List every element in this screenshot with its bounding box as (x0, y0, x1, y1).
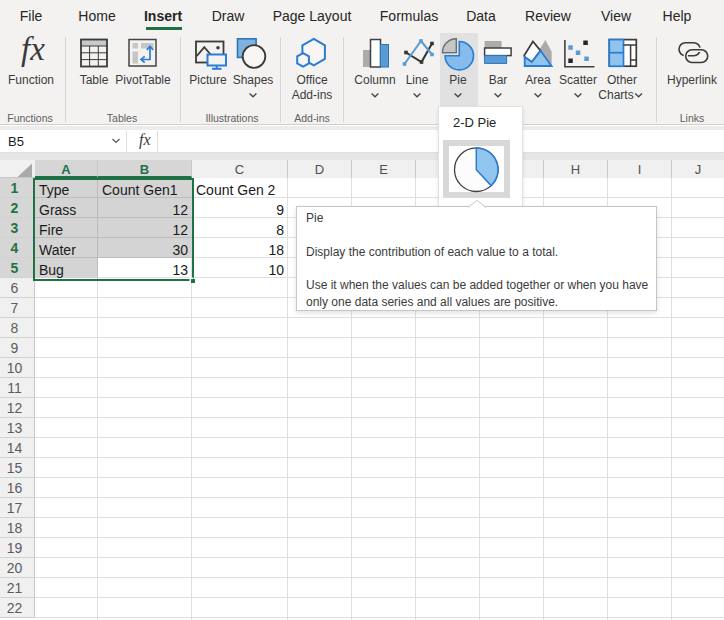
svg-text:fx: fx (21, 31, 45, 67)
